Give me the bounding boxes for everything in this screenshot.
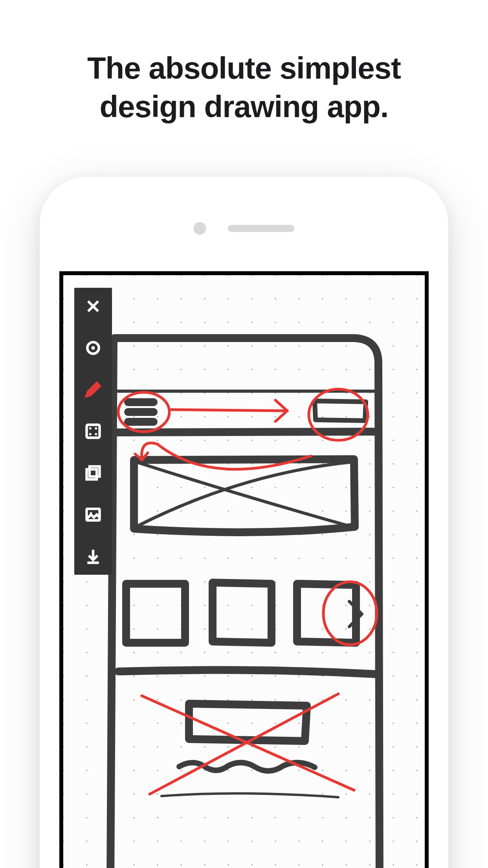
svg-point-7 xyxy=(95,427,97,430)
svg-rect-10 xyxy=(90,467,100,477)
record-tool-button[interactable] xyxy=(83,338,103,358)
phone-camera-dot xyxy=(194,222,206,235)
marketing-headline: The absolute simplest design drawing app… xyxy=(0,49,488,126)
sketch-wireframe xyxy=(63,275,425,868)
svg-rect-5 xyxy=(87,425,100,438)
svg-point-4 xyxy=(91,346,95,349)
download-icon xyxy=(84,548,102,565)
tool-palette xyxy=(74,288,112,575)
close-tool-button[interactable] xyxy=(83,296,103,316)
dice-tool-button[interactable] xyxy=(83,421,103,441)
close-icon xyxy=(84,298,102,315)
image-tool-button[interactable] xyxy=(83,505,103,524)
record-icon xyxy=(84,339,102,357)
phone-earpiece xyxy=(228,225,295,232)
dice-icon xyxy=(84,423,102,440)
pencil-icon xyxy=(84,381,102,398)
svg-point-9 xyxy=(95,433,97,435)
phone-top-hardware xyxy=(194,222,295,235)
download-tool-button[interactable] xyxy=(83,546,103,566)
svg-point-6 xyxy=(89,427,92,430)
svg-point-8 xyxy=(89,433,92,435)
phone-screen xyxy=(59,271,429,868)
headline-line-1: The absolute simplest xyxy=(87,51,401,85)
headline-line-2: design drawing app. xyxy=(99,89,388,124)
phone-mockup xyxy=(40,177,448,868)
pencil-tool-button[interactable] xyxy=(83,380,103,399)
layers-tool-button[interactable] xyxy=(83,463,103,483)
phone-body xyxy=(40,177,448,868)
layers-icon xyxy=(84,464,102,482)
svg-rect-11 xyxy=(87,469,97,480)
drawing-canvas[interactable] xyxy=(63,275,425,868)
image-icon xyxy=(84,506,102,523)
svg-point-2 xyxy=(323,582,377,645)
